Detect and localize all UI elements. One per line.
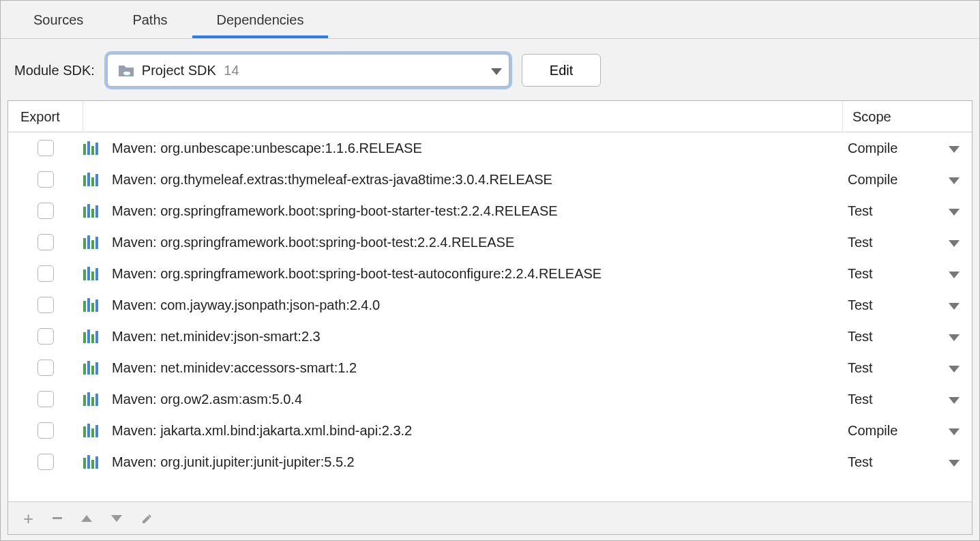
export-checkbox[interactable] xyxy=(38,391,54,407)
export-cell xyxy=(8,454,83,470)
scope-value: Compile xyxy=(848,172,897,188)
svg-rect-33 xyxy=(95,362,98,375)
svg-rect-38 xyxy=(83,426,86,437)
dependency-name-cell: Maven: org.springframework.boot:spring-b… xyxy=(83,235,842,250)
table-row[interactable]: Maven: org.springframework.boot:spring-b… xyxy=(8,258,972,289)
dependency-label: Maven: org.unbescape:unbescape:1.1.6.REL… xyxy=(112,141,422,156)
tab-paths[interactable]: Paths xyxy=(108,1,192,38)
scope-value: Test xyxy=(848,360,873,376)
chevron-down-icon xyxy=(949,392,960,407)
dependency-name-cell: Maven: org.springframework.boot:spring-b… xyxy=(83,203,842,219)
svg-rect-22 xyxy=(83,301,86,312)
scope-select[interactable]: Compile xyxy=(842,172,972,188)
export-cell xyxy=(8,391,83,407)
table-row[interactable]: Maven: org.springframework.boot:spring-b… xyxy=(8,195,972,226)
export-checkbox[interactable] xyxy=(38,171,54,188)
svg-rect-3 xyxy=(87,141,90,155)
dependency-label: Maven: org.springframework.boot:spring-b… xyxy=(112,266,602,282)
svg-rect-28 xyxy=(91,334,94,343)
add-button[interactable]: + xyxy=(23,510,33,527)
svg-rect-16 xyxy=(91,240,94,249)
svg-rect-15 xyxy=(87,235,90,249)
export-checkbox[interactable] xyxy=(38,234,54,250)
scope-select[interactable]: Compile xyxy=(842,141,972,156)
table-row[interactable]: Maven: org.junit.jupiter:junit-jupiter:5… xyxy=(8,446,972,478)
svg-rect-13 xyxy=(95,205,98,218)
table-row[interactable]: Maven: org.unbescape:unbescape:1.1.6.REL… xyxy=(8,132,972,164)
export-checkbox[interactable] xyxy=(38,140,54,156)
scope-select[interactable]: Test xyxy=(842,360,972,376)
chevron-down-icon xyxy=(949,235,960,250)
table-row[interactable]: Maven: jakarta.xml.bind:jakarta.xml.bind… xyxy=(8,415,972,446)
svg-rect-8 xyxy=(91,177,94,186)
table-row[interactable]: Maven: net.minidev:json-smart:2.3 Test xyxy=(8,321,972,352)
export-cell xyxy=(8,265,83,282)
table-row[interactable]: Maven: net.minidev:accessors-smart:1.2 T… xyxy=(8,352,972,383)
folder-jdk-icon xyxy=(117,61,135,79)
module-sdk-select[interactable]: Project SDK 14 xyxy=(107,54,509,87)
scope-select[interactable]: Test xyxy=(842,235,972,250)
library-icon xyxy=(83,392,104,406)
svg-rect-4 xyxy=(91,146,94,155)
tab-sources[interactable]: Sources xyxy=(9,1,108,38)
scope-column-header[interactable]: Scope xyxy=(842,101,972,132)
export-column-header[interactable]: Export xyxy=(8,101,83,132)
svg-rect-23 xyxy=(87,298,90,312)
svg-rect-24 xyxy=(91,303,94,312)
module-sdk-row: Module SDK: Project SDK 14 Edit xyxy=(1,39,979,100)
export-checkbox[interactable] xyxy=(38,454,54,470)
dependency-name-cell: Maven: jakarta.xml.bind:jakarta.xml.bind… xyxy=(83,423,842,439)
dependency-name-cell: Maven: org.thymeleaf.extras:thymeleaf-ex… xyxy=(83,172,842,188)
svg-rect-34 xyxy=(83,395,86,406)
move-down-button[interactable] xyxy=(111,515,122,522)
chevron-down-icon xyxy=(949,266,960,282)
chevron-down-icon xyxy=(949,297,960,313)
dependency-label: Maven: org.junit.jupiter:junit-jupiter:5… xyxy=(112,454,355,470)
export-checkbox[interactable] xyxy=(38,203,54,219)
svg-point-1 xyxy=(123,72,130,75)
svg-rect-27 xyxy=(87,330,90,343)
svg-rect-14 xyxy=(83,238,86,249)
scope-value: Compile xyxy=(848,141,897,156)
dependency-name-cell: Maven: org.unbescape:unbescape:1.1.6.REL… xyxy=(83,141,842,156)
chevron-down-icon xyxy=(949,329,960,345)
scope-select[interactable]: Test xyxy=(842,329,972,345)
table-row[interactable]: Maven: com.jayway.jsonpath:json-path:2.4… xyxy=(8,289,972,321)
scope-value: Compile xyxy=(848,423,897,439)
svg-rect-21 xyxy=(95,268,98,280)
table-row[interactable]: Maven: org.thymeleaf.extras:thymeleaf-ex… xyxy=(8,164,972,195)
edit-sdk-button[interactable]: Edit xyxy=(522,54,601,87)
export-checkbox[interactable] xyxy=(38,360,54,376)
dependency-name-cell: Maven: org.junit.jupiter:junit-jupiter:5… xyxy=(83,454,842,470)
chevron-down-icon xyxy=(949,172,960,188)
scope-select[interactable]: Test xyxy=(842,297,972,313)
export-checkbox[interactable] xyxy=(38,422,54,439)
remove-button[interactable] xyxy=(53,517,62,519)
svg-rect-25 xyxy=(95,299,98,312)
scope-value: Test xyxy=(848,266,873,282)
export-checkbox[interactable] xyxy=(38,265,54,282)
export-checkbox[interactable] xyxy=(38,328,54,345)
scope-value: Test xyxy=(848,329,873,345)
dependency-name-cell: Maven: net.minidev:accessors-smart:1.2 xyxy=(83,360,842,376)
export-cell xyxy=(8,171,83,188)
tab-dependencies[interactable]: Dependencies xyxy=(192,1,329,38)
export-cell xyxy=(8,234,83,250)
scope-select[interactable]: Test xyxy=(842,392,972,407)
scope-select[interactable]: Compile xyxy=(842,423,972,439)
scope-select[interactable]: Test xyxy=(842,266,972,282)
table-row[interactable]: Maven: org.ow2.asm:asm:5.0.4 Test xyxy=(8,383,972,415)
scope-select[interactable]: Test xyxy=(842,203,972,219)
scope-select[interactable]: Test xyxy=(842,454,972,470)
edit-button[interactable] xyxy=(141,512,153,525)
svg-rect-39 xyxy=(87,424,90,437)
svg-rect-35 xyxy=(87,392,90,406)
chevron-down-icon xyxy=(949,423,960,439)
svg-rect-17 xyxy=(95,237,98,249)
export-checkbox[interactable] xyxy=(38,297,54,313)
table-row[interactable]: Maven: org.springframework.boot:spring-b… xyxy=(8,226,972,258)
library-icon xyxy=(83,455,104,469)
table-header: Export Scope xyxy=(8,101,972,132)
scope-value: Test xyxy=(848,454,873,470)
move-up-button[interactable] xyxy=(81,515,92,522)
